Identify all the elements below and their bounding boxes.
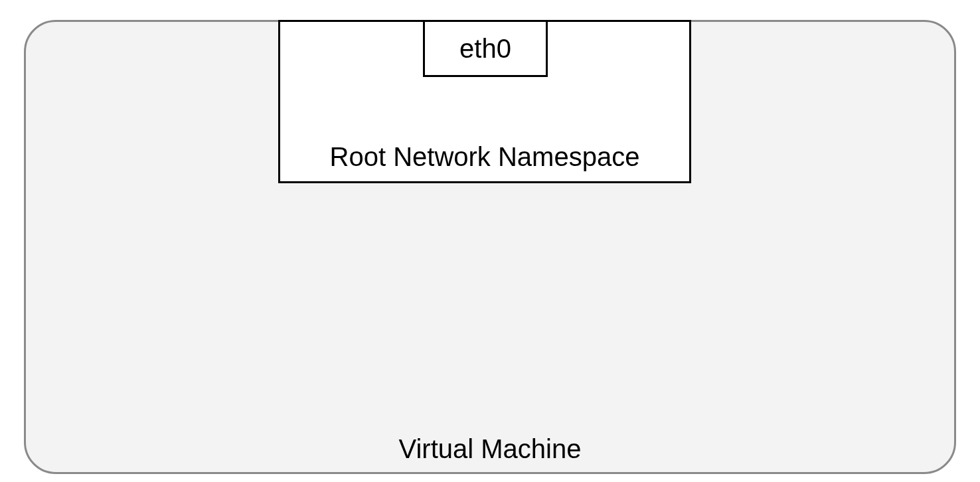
- root-network-namespace-label: Root Network Namespace: [280, 142, 689, 172]
- virtual-machine-label: Virtual Machine: [26, 434, 954, 464]
- eth0-interface-label: eth0: [459, 34, 511, 64]
- eth0-interface-box: eth0: [423, 20, 548, 77]
